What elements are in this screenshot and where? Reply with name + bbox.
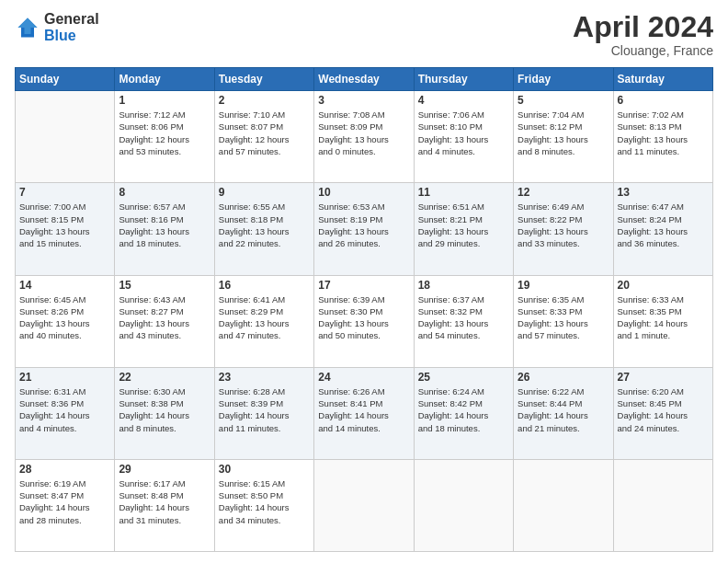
- day-info: Sunrise: 6:20 AM Sunset: 8:45 PM Dayligh…: [618, 385, 709, 434]
- table-row: 14Sunrise: 6:45 AM Sunset: 8:26 PM Dayli…: [16, 275, 115, 367]
- day-number: 30: [219, 463, 310, 476]
- col-tuesday: Tuesday: [214, 68, 313, 91]
- day-number: 28: [19, 463, 110, 476]
- table-row: 17Sunrise: 6:39 AM Sunset: 8:30 PM Dayli…: [314, 275, 414, 367]
- day-number: 2: [219, 94, 310, 107]
- day-info: Sunrise: 6:49 AM Sunset: 8:22 PM Dayligh…: [518, 201, 609, 249]
- svg-marker-1: [18, 17, 38, 34]
- table-row: 11Sunrise: 6:51 AM Sunset: 8:21 PM Dayli…: [414, 183, 513, 275]
- table-row: 24Sunrise: 6:26 AM Sunset: 8:41 PM Dayli…: [314, 367, 414, 459]
- day-number: 17: [318, 279, 409, 292]
- day-number: 22: [119, 371, 210, 384]
- day-info: Sunrise: 6:57 AM Sunset: 8:16 PM Dayligh…: [119, 201, 210, 249]
- table-row: 27Sunrise: 6:20 AM Sunset: 8:45 PM Dayli…: [613, 367, 712, 459]
- day-info: Sunrise: 6:24 AM Sunset: 8:42 PM Dayligh…: [418, 385, 509, 434]
- table-row: 10Sunrise: 6:53 AM Sunset: 8:19 PM Dayli…: [314, 183, 414, 275]
- col-sunday: Sunday: [16, 68, 115, 91]
- calendar-header-row: Sunday Monday Tuesday Wednesday Thursday…: [16, 68, 713, 91]
- day-number: 21: [19, 371, 110, 384]
- calendar-week-row: 1Sunrise: 7:12 AM Sunset: 8:06 PM Daylig…: [16, 91, 713, 183]
- day-number: 1: [119, 94, 210, 107]
- table-row: 1Sunrise: 7:12 AM Sunset: 8:06 PM Daylig…: [115, 91, 214, 183]
- table-row: [613, 459, 712, 551]
- table-row: 30Sunrise: 6:15 AM Sunset: 8:50 PM Dayli…: [214, 459, 313, 551]
- day-number: 29: [119, 463, 210, 476]
- day-info: Sunrise: 6:55 AM Sunset: 8:18 PM Dayligh…: [219, 201, 310, 249]
- day-info: Sunrise: 6:26 AM Sunset: 8:41 PM Dayligh…: [318, 385, 409, 434]
- col-monday: Monday: [115, 68, 214, 91]
- table-row: 29Sunrise: 6:17 AM Sunset: 8:48 PM Dayli…: [115, 459, 214, 551]
- col-saturday: Saturday: [613, 68, 712, 91]
- day-info: Sunrise: 6:33 AM Sunset: 8:35 PM Dayligh…: [618, 293, 709, 342]
- day-info: Sunrise: 7:02 AM Sunset: 8:13 PM Dayligh…: [618, 109, 709, 157]
- day-number: 12: [518, 186, 609, 199]
- day-info: Sunrise: 6:45 AM Sunset: 8:26 PM Dayligh…: [19, 293, 110, 342]
- table-row: 19Sunrise: 6:35 AM Sunset: 8:33 PM Dayli…: [514, 275, 613, 367]
- table-row: 6Sunrise: 7:02 AM Sunset: 8:13 PM Daylig…: [613, 91, 712, 183]
- day-number: 7: [19, 186, 110, 199]
- calendar-week-row: 28Sunrise: 6:19 AM Sunset: 8:47 PM Dayli…: [16, 459, 713, 551]
- col-friday: Friday: [514, 68, 613, 91]
- logo-icon: [15, 15, 40, 40]
- day-info: Sunrise: 7:08 AM Sunset: 8:09 PM Dayligh…: [318, 109, 409, 157]
- day-number: 11: [418, 186, 509, 199]
- calendar-week-row: 7Sunrise: 7:00 AM Sunset: 8:15 PM Daylig…: [16, 183, 713, 275]
- day-number: 8: [119, 186, 210, 199]
- day-info: Sunrise: 7:04 AM Sunset: 8:12 PM Dayligh…: [518, 109, 609, 157]
- day-number: 14: [19, 279, 110, 292]
- day-number: 3: [318, 94, 409, 107]
- table-row: 26Sunrise: 6:22 AM Sunset: 8:44 PM Dayli…: [514, 367, 613, 459]
- day-number: 10: [318, 186, 409, 199]
- day-number: 23: [219, 371, 310, 384]
- day-number: 5: [518, 94, 609, 107]
- main-title: April 2024: [573, 11, 713, 43]
- day-number: 25: [418, 371, 509, 384]
- day-number: 13: [618, 186, 709, 199]
- day-info: Sunrise: 6:15 AM Sunset: 8:50 PM Dayligh…: [219, 477, 310, 526]
- header: General Blue April 2024 Clouange, France: [15, 11, 713, 58]
- table-row: 18Sunrise: 6:37 AM Sunset: 8:32 PM Dayli…: [414, 275, 513, 367]
- day-number: 19: [518, 279, 609, 292]
- day-number: 20: [618, 279, 709, 292]
- table-row: [414, 459, 513, 551]
- day-info: Sunrise: 6:19 AM Sunset: 8:47 PM Dayligh…: [19, 477, 110, 526]
- day-number: 26: [518, 371, 609, 384]
- table-row: 7Sunrise: 7:00 AM Sunset: 8:15 PM Daylig…: [16, 183, 115, 275]
- table-row: 9Sunrise: 6:55 AM Sunset: 8:18 PM Daylig…: [214, 183, 313, 275]
- subtitle: Clouange, France: [573, 43, 713, 58]
- day-info: Sunrise: 6:51 AM Sunset: 8:21 PM Dayligh…: [418, 201, 509, 249]
- logo-line1: General: [44, 11, 99, 28]
- day-number: 4: [418, 94, 509, 107]
- day-info: Sunrise: 6:41 AM Sunset: 8:29 PM Dayligh…: [219, 293, 310, 342]
- logo: General Blue: [15, 11, 99, 43]
- table-row: 15Sunrise: 6:43 AM Sunset: 8:27 PM Dayli…: [115, 275, 214, 367]
- day-number: 6: [618, 94, 709, 107]
- col-thursday: Thursday: [414, 68, 513, 91]
- day-info: Sunrise: 6:28 AM Sunset: 8:39 PM Dayligh…: [219, 385, 310, 434]
- table-row: 2Sunrise: 7:10 AM Sunset: 8:07 PM Daylig…: [214, 91, 313, 183]
- day-number: 16: [219, 279, 310, 292]
- day-number: 18: [418, 279, 509, 292]
- day-info: Sunrise: 6:35 AM Sunset: 8:33 PM Dayligh…: [518, 293, 609, 342]
- day-info: Sunrise: 6:47 AM Sunset: 8:24 PM Dayligh…: [618, 201, 709, 249]
- day-info: Sunrise: 6:43 AM Sunset: 8:27 PM Dayligh…: [119, 293, 210, 342]
- day-info: Sunrise: 6:37 AM Sunset: 8:32 PM Dayligh…: [418, 293, 509, 342]
- table-row: [314, 459, 414, 551]
- table-row: [514, 459, 613, 551]
- table-row: 12Sunrise: 6:49 AM Sunset: 8:22 PM Dayli…: [514, 183, 613, 275]
- calendar-week-row: 14Sunrise: 6:45 AM Sunset: 8:26 PM Dayli…: [16, 275, 713, 367]
- table-row: 25Sunrise: 6:24 AM Sunset: 8:42 PM Dayli…: [414, 367, 513, 459]
- day-info: Sunrise: 6:30 AM Sunset: 8:38 PM Dayligh…: [119, 385, 210, 434]
- day-info: Sunrise: 6:22 AM Sunset: 8:44 PM Dayligh…: [518, 385, 609, 434]
- table-row: 16Sunrise: 6:41 AM Sunset: 8:29 PM Dayli…: [214, 275, 313, 367]
- table-row: 3Sunrise: 7:08 AM Sunset: 8:09 PM Daylig…: [314, 91, 414, 183]
- col-wednesday: Wednesday: [314, 68, 414, 91]
- table-row: [16, 91, 115, 183]
- table-row: 22Sunrise: 6:30 AM Sunset: 8:38 PM Dayli…: [115, 367, 214, 459]
- title-block: April 2024 Clouange, France: [573, 11, 713, 58]
- table-row: 8Sunrise: 6:57 AM Sunset: 8:16 PM Daylig…: [115, 183, 214, 275]
- day-info: Sunrise: 7:00 AM Sunset: 8:15 PM Dayligh…: [19, 201, 110, 249]
- day-info: Sunrise: 6:31 AM Sunset: 8:36 PM Dayligh…: [19, 385, 110, 434]
- day-number: 15: [119, 279, 210, 292]
- logo-line2: Blue: [44, 28, 99, 44]
